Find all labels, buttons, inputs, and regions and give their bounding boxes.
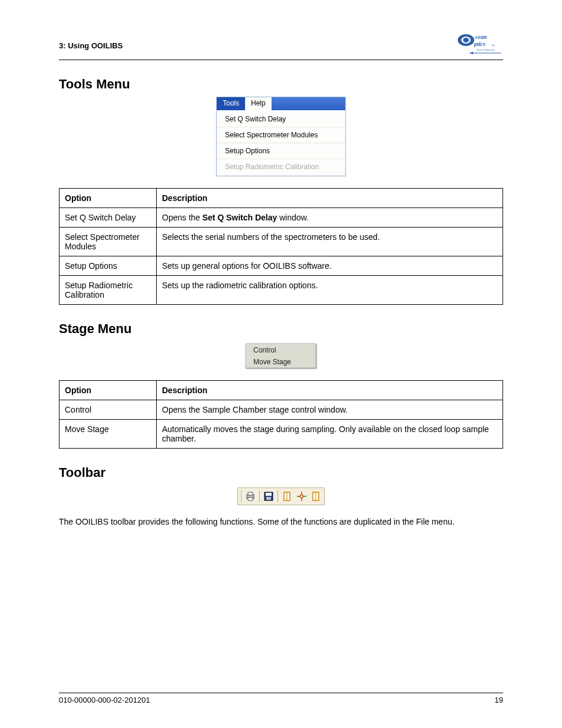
table-row: Move Stage Automatically moves the stage… <box>59 420 503 449</box>
toolbar-heading: Toolbar <box>59 465 503 480</box>
table-row: Select Spectrometer Modules Selects the … <box>59 228 503 256</box>
menu-item-setup-radiometric: Setup Radiometric Calibration <box>217 159 345 174</box>
cell-option: Control <box>59 400 157 420</box>
cell-desc: Sets up the radiometric calibration opti… <box>157 276 503 305</box>
toolbar-description: The OOILIBS toolbar provides the followi… <box>59 516 503 528</box>
cell-option: Setup Options <box>59 256 157 276</box>
chapter-label: 3: Using OOILIBS <box>59 29 453 50</box>
tools-menu-screenshot: Tools Help Set Q Switch Delay Select Spe… <box>216 97 346 176</box>
th-option: Option <box>59 189 157 208</box>
svg-point-2 <box>463 38 469 42</box>
cell-desc: Opens the Sample Chamber stage control w… <box>157 400 503 420</box>
menu-tab-help: Help <box>245 97 272 110</box>
menu-tab-tools: Tools <box>217 97 245 110</box>
th-description: Description <box>157 381 503 400</box>
cell-option: Set Q Switch Delay <box>59 208 157 228</box>
stage-item-control: Control <box>246 344 316 356</box>
svg-text:First in Photonics: First in Photonics <box>477 48 495 51</box>
stage-menu-heading: Stage Menu <box>59 321 503 337</box>
table-row: Control Opens the Sample Chamber stage c… <box>59 400 503 420</box>
cell-desc: Opens the Set Q Switch Delay window. <box>157 208 503 228</box>
svg-text:ptics: ptics <box>474 41 485 47</box>
menu-item-setup-options: Setup Options <box>217 143 345 159</box>
panel-2-icon <box>310 490 322 503</box>
print-icon <box>244 490 256 503</box>
svg-rect-10 <box>248 498 253 500</box>
link-qswitch: Set Q Switch Delay <box>203 213 277 222</box>
toolbar-screenshot <box>237 487 325 505</box>
table-row: Setup Options Sets up general options fo… <box>59 256 503 276</box>
tools-menu-heading: Tools Menu <box>59 77 503 92</box>
table-row: Set Q Switch Delay Opens the Set Q Switc… <box>59 208 503 228</box>
brand-logo: cean ptics Inc. First in Photonics <box>453 29 503 56</box>
table-row: Setup Radiometric Calibration Sets up th… <box>59 276 503 305</box>
th-description: Description <box>157 189 503 208</box>
svg-point-20 <box>300 495 303 498</box>
stage-menu-screenshot: Control Move Stage <box>246 344 316 368</box>
target-icon <box>296 490 308 503</box>
cell-option: Move Stage <box>59 420 157 449</box>
stage-table: Option Description Control Opens the Sam… <box>59 380 503 449</box>
panel-1-icon <box>281 490 293 503</box>
footer-page-number: 19 <box>495 696 503 704</box>
cell-option: Select Spectrometer Modules <box>59 228 157 256</box>
svg-rect-12 <box>266 493 272 496</box>
toolbar-separator <box>241 490 242 502</box>
svg-text:cean: cean <box>475 34 487 40</box>
th-option: Option <box>59 381 157 400</box>
tools-table: Option Description Set Q Switch Delay Op… <box>59 188 503 305</box>
footer-doc-id: 010-00000-000-02-201201 <box>59 696 150 704</box>
svg-rect-13 <box>266 497 271 500</box>
stage-item-move: Move Stage <box>246 356 316 368</box>
toolbar-separator <box>277 490 278 502</box>
menu-item-set-q-switch: Set Q Switch Delay <box>217 111 345 127</box>
cell-option: Setup Radiometric Calibration <box>59 276 157 305</box>
save-icon <box>263 490 275 503</box>
menu-item-select-spectrometer: Select Spectrometer Modules <box>217 127 345 143</box>
svg-text:Inc.: Inc. <box>492 44 495 47</box>
cell-desc: Automatically moves the stage during sam… <box>157 420 503 449</box>
cell-desc: Sets up general options for OOILIBS soft… <box>157 256 503 276</box>
cell-desc: Selects the serial numbers of the spectr… <box>157 228 503 256</box>
toolbar-separator <box>259 490 260 502</box>
svg-rect-9 <box>248 492 253 495</box>
svg-marker-7 <box>470 52 473 54</box>
